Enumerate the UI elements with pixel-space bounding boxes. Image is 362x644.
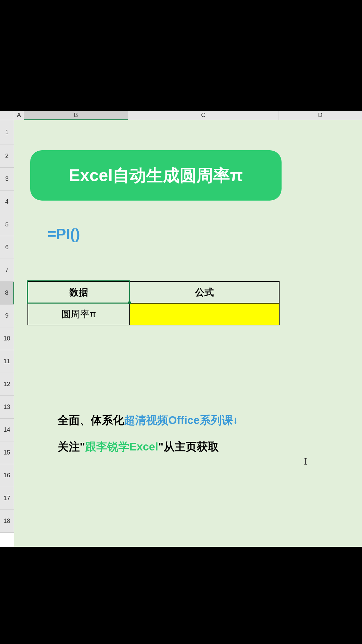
- text-cursor-icon: I: [304, 455, 307, 467]
- excel-spreadsheet: A B C D 123456789101112131415161718 Exce…: [0, 111, 362, 547]
- row-header-7[interactable]: 7: [0, 259, 14, 282]
- title-box: Excel自动生成圆周率π: [30, 150, 282, 201]
- col-header-B[interactable]: B: [24, 111, 128, 120]
- row-header-17[interactable]: 17: [0, 487, 14, 510]
- select-all-corner[interactable]: [0, 111, 14, 120]
- row-header-6[interactable]: 6: [0, 236, 14, 259]
- col-header-C[interactable]: C: [128, 111, 279, 120]
- formula-display: =PI(): [48, 226, 80, 243]
- grid-area[interactable]: Excel自动生成圆周率π =PI() 数据 公式 圆周率π 全面、体系化超清视…: [14, 120, 362, 547]
- data-table: 数据 公式 圆周率π: [27, 281, 280, 325]
- row-header-13[interactable]: 13: [0, 396, 14, 419]
- row-header-3[interactable]: 3: [0, 168, 14, 191]
- row-header-18[interactable]: 18: [0, 510, 14, 533]
- row-header-8[interactable]: 8: [0, 282, 14, 305]
- table-header-formula[interactable]: 公式: [130, 281, 279, 303]
- row-header-12[interactable]: 12: [0, 373, 14, 396]
- col-header-A[interactable]: A: [14, 111, 24, 120]
- promo-text: 全面、体系化超清视频Office系列课↓ 关注"跟李锐学Excel"从主页获取: [58, 407, 238, 460]
- title-text: Excel自动生成圆周率π: [69, 164, 243, 187]
- row-headers: 123456789101112131415161718: [0, 120, 14, 533]
- row-header-14[interactable]: 14: [0, 419, 14, 441]
- table-cell-formula-highlighted[interactable]: [130, 303, 279, 325]
- row-header-1[interactable]: 1: [0, 120, 14, 145]
- row-header-10[interactable]: 10: [0, 327, 14, 350]
- col-header-D[interactable]: D: [279, 111, 362, 120]
- table-cell-data[interactable]: 圆周率π: [28, 303, 130, 325]
- row-header-9[interactable]: 9: [0, 305, 14, 327]
- row-header-4[interactable]: 4: [0, 191, 14, 213]
- column-headers: A B C D: [14, 111, 362, 120]
- row-header-15[interactable]: 15: [0, 441, 14, 464]
- row-header-5[interactable]: 5: [0, 213, 14, 236]
- table-header-data[interactable]: 数据: [28, 281, 130, 303]
- row-header-2[interactable]: 2: [0, 145, 14, 168]
- promo-line-1: 全面、体系化超清视频Office系列课↓: [58, 407, 238, 433]
- row-header-11[interactable]: 11: [0, 350, 14, 373]
- row-header-16[interactable]: 16: [0, 464, 14, 487]
- promo-line-2: 关注"跟李锐学Excel"从主页获取: [58, 433, 238, 460]
